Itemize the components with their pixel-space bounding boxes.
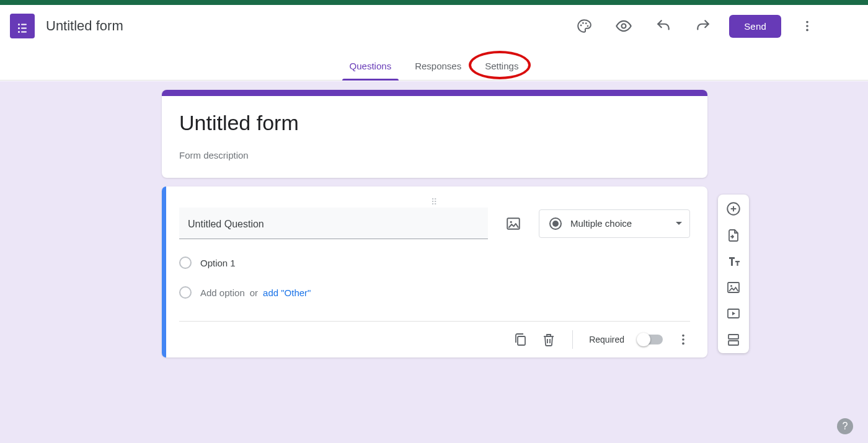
question-type-label: Multiple choice: [570, 218, 632, 229]
add-option-text[interactable]: Add option: [200, 287, 245, 298]
import-questions-icon[interactable]: [726, 228, 741, 243]
duplicate-icon[interactable]: [513, 332, 528, 347]
svg-point-8: [585, 22, 587, 24]
question-title-input[interactable]: [179, 208, 488, 239]
palette-icon[interactable]: [570, 12, 598, 40]
drag-handle-icon[interactable]: ⠿: [179, 200, 690, 204]
more-vert-icon[interactable]: [794, 12, 821, 40]
add-question-icon[interactable]: [725, 201, 742, 217]
svg-rect-16: [518, 336, 525, 345]
add-title-icon[interactable]: [726, 254, 741, 269]
add-option-row: Add option or add "Other": [179, 286, 690, 299]
delete-icon[interactable]: [541, 332, 556, 347]
top-bar: Untitled form Send: [0, 5, 868, 47]
svg-point-7: [582, 22, 584, 24]
radio-empty-icon: [179, 286, 192, 299]
svg-point-22: [730, 285, 732, 287]
add-image-sidebar-icon[interactable]: [726, 280, 741, 295]
or-text: or: [250, 287, 258, 298]
window-top-strip: [0, 0, 868, 5]
tabs-row: Questions Responses Settings: [0, 47, 868, 81]
svg-point-11: [806, 21, 808, 24]
add-video-icon[interactable]: [726, 306, 741, 321]
form-title[interactable]: Untitled form: [179, 111, 690, 135]
option-label[interactable]: Option 1: [200, 258, 236, 268]
account-avatar[interactable]: [833, 13, 859, 39]
svg-point-12: [806, 25, 808, 27]
svg-point-10: [622, 24, 626, 29]
redo-icon[interactable]: [689, 12, 717, 40]
question-more-icon[interactable]: [676, 333, 690, 346]
svg-rect-1: [21, 24, 27, 25]
radio-empty-icon: [179, 257, 192, 269]
form-description[interactable]: Form description: [179, 150, 690, 160]
chevron-down-icon: [676, 222, 682, 225]
svg-point-13: [806, 29, 808, 32]
form-header-card[interactable]: Untitled form Form description: [162, 90, 707, 178]
svg-rect-4: [18, 31, 20, 33]
svg-point-18: [682, 338, 684, 341]
divider: [572, 330, 573, 349]
send-button[interactable]: Send: [729, 15, 781, 38]
svg-rect-0: [18, 24, 20, 25]
svg-point-19: [682, 343, 684, 345]
radio-icon: [549, 217, 562, 230]
svg-point-17: [682, 335, 684, 337]
forms-logo-icon[interactable]: [10, 14, 35, 38]
preview-icon[interactable]: [610, 12, 637, 40]
required-label: Required: [589, 335, 624, 344]
svg-rect-24: [728, 335, 738, 339]
tab-responses[interactable]: Responses: [411, 52, 465, 80]
document-title[interactable]: Untitled form: [46, 18, 123, 34]
svg-rect-3: [21, 28, 27, 29]
help-icon[interactable]: ?: [837, 418, 853, 434]
tab-questions[interactable]: Questions: [346, 52, 396, 80]
question-card[interactable]: ⠿ Multiple choice Option 1 Add option or…: [162, 186, 707, 357]
add-other-link[interactable]: add "Other": [263, 287, 311, 298]
svg-rect-25: [728, 341, 738, 345]
option-row[interactable]: Option 1: [179, 257, 690, 269]
question-type-select[interactable]: Multiple choice: [539, 209, 690, 238]
svg-point-6: [580, 25, 582, 27]
add-image-icon[interactable]: [502, 212, 525, 235]
add-section-icon[interactable]: [726, 332, 741, 347]
required-toggle[interactable]: [638, 335, 663, 344]
question-footer: Required: [179, 321, 690, 349]
tab-settings[interactable]: Settings: [481, 52, 522, 80]
undo-icon[interactable]: [650, 12, 677, 40]
svg-point-15: [510, 221, 512, 222]
floating-toolbar: [718, 195, 749, 353]
svg-rect-2: [18, 27, 20, 29]
svg-point-9: [587, 25, 589, 27]
svg-rect-5: [21, 32, 27, 33]
